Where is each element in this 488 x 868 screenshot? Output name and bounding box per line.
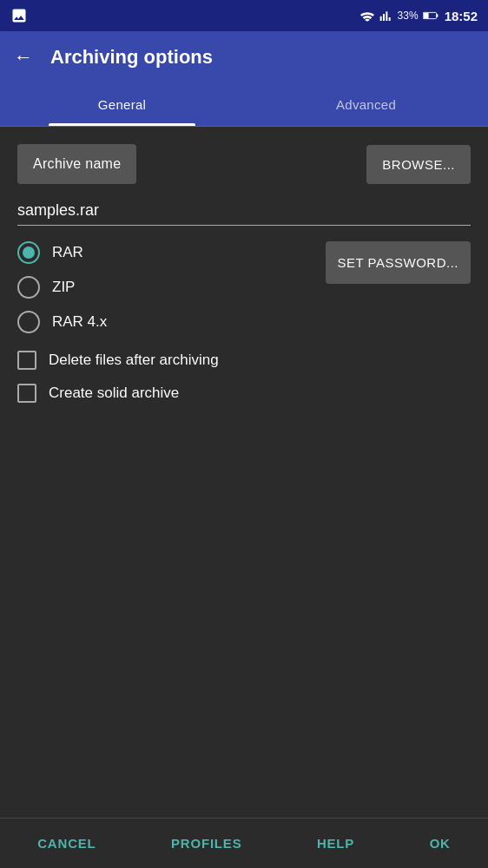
svg-rect-2: [423, 13, 428, 18]
checkbox-group: Delete files after archiving Create soli…: [17, 351, 471, 403]
photo-icon: [10, 7, 28, 24]
checkbox-label-delete: Delete files after archiving: [49, 352, 219, 369]
radio-rar[interactable]: RAR: [17, 241, 326, 264]
main-content: Archive name BROWSE... RAR ZIP RAR 4.x: [0, 127, 488, 420]
profiles-button[interactable]: PROFILES: [155, 827, 257, 859]
battery-pct: 33%: [398, 10, 419, 22]
action-bar: CANCEL PROFILES HELP OK: [0, 818, 488, 868]
checkbox-label-solid: Create solid archive: [49, 385, 179, 402]
cancel-button[interactable]: CANCEL: [22, 827, 111, 859]
format-radio-group: RAR ZIP RAR 4.x: [17, 241, 326, 333]
archive-filename-row: [17, 196, 471, 226]
checkbox-delete-after[interactable]: Delete files after archiving: [17, 351, 471, 370]
svg-rect-1: [436, 14, 438, 17]
radio-label-rar: RAR: [52, 244, 83, 261]
signal-icon: [379, 10, 393, 22]
tab-bar: General Advanced: [0, 83, 488, 127]
archive-name-row: Archive name BROWSE...: [17, 144, 471, 184]
archive-filename-input[interactable]: [17, 196, 471, 226]
format-password-row: RAR ZIP RAR 4.x SET PASSWORD...: [17, 241, 471, 333]
radio-rar4x[interactable]: RAR 4.x: [17, 311, 326, 333]
status-bar: 33% 18:52: [0, 0, 488, 31]
radio-zip[interactable]: ZIP: [17, 276, 326, 299]
radio-inner-rar: [23, 247, 35, 259]
tab-advanced[interactable]: Advanced: [244, 83, 488, 126]
checkbox-box-solid: [17, 384, 36, 403]
help-button[interactable]: HELP: [301, 827, 370, 859]
archive-name-button[interactable]: Archive name: [17, 144, 136, 184]
toolbar: ← Archiving options: [0, 31, 488, 83]
radio-circle-zip: [17, 276, 40, 299]
battery-icon: [423, 10, 439, 21]
checkbox-box-delete: [17, 351, 36, 370]
status-bar-left: [10, 7, 354, 24]
radio-label-zip: ZIP: [52, 279, 75, 296]
wifi-icon: [359, 10, 375, 22]
checkbox-create-solid[interactable]: Create solid archive: [17, 384, 471, 403]
set-password-button[interactable]: SET PASSWORD...: [326, 241, 471, 284]
page-title: Archiving options: [50, 46, 213, 69]
ok-button[interactable]: OK: [414, 827, 466, 859]
status-icons: 33% 18:52: [359, 9, 478, 23]
back-button[interactable]: ←: [14, 46, 33, 69]
radio-circle-rar4x: [17, 311, 40, 333]
radio-circle-rar: [17, 241, 40, 264]
status-time: 18:52: [445, 9, 478, 23]
browse-button[interactable]: BROWSE...: [366, 145, 471, 184]
radio-label-rar4x: RAR 4.x: [52, 313, 107, 331]
tab-general[interactable]: General: [0, 83, 244, 126]
